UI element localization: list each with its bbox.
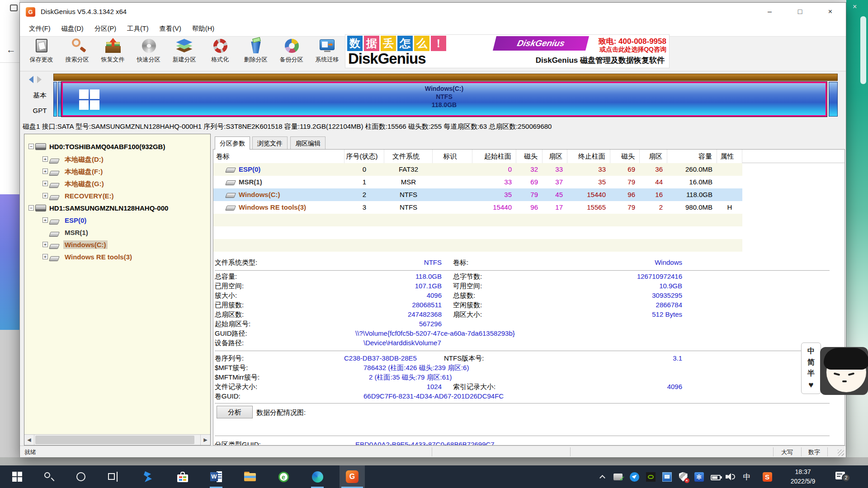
tree-expander-icon[interactable]: + bbox=[42, 242, 48, 247]
table-row-0[interactable]: ESP(0)0FAT3203233336936260.0MB bbox=[213, 163, 742, 176]
dingtalk-icon[interactable] bbox=[627, 468, 641, 486]
tree-item-hd0[interactable]: −HD0:TOSHIBAMQ04ABF100(932GB) bbox=[24, 141, 210, 153]
menu-help[interactable]: 帮助(H) bbox=[187, 22, 220, 36]
partition-block-re[interactable] bbox=[829, 82, 838, 117]
tree-item-hd1[interactable]: −HD1:SAMSUNGMZNLN128HAHQ-000 bbox=[24, 202, 210, 214]
printer-status-icon[interactable]: ✓ bbox=[611, 468, 625, 486]
tree-expander-icon[interactable]: + bbox=[42, 193, 48, 198]
toolbar-button-format[interactable]: 格式化 bbox=[202, 37, 238, 71]
tree-item-disk-f[interactable]: +本地磁盘(F:) bbox=[24, 165, 210, 178]
table-row-1[interactable]: MSR(1)1MSR33693735794416.0MB bbox=[213, 176, 742, 188]
minimize-button[interactable]: – bbox=[760, 3, 780, 21]
taskbar-app-thunder[interactable] bbox=[135, 465, 160, 488]
toolbar-button-migrate[interactable]: 系统迁移 bbox=[309, 37, 345, 71]
taskbar-app-edge[interactable] bbox=[305, 465, 330, 488]
snowflake-tool-icon[interactable]: ✻ bbox=[692, 468, 706, 486]
taskbar-app-task-view[interactable] bbox=[101, 465, 126, 488]
sogou-ime-icon[interactable]: S bbox=[760, 468, 774, 486]
taskbar-app-search[interactable] bbox=[36, 465, 61, 488]
tree-expander-icon[interactable]: + bbox=[42, 217, 48, 223]
toolbar-button-new[interactable]: 新建分区 bbox=[166, 37, 202, 71]
tree-item-disk-d[interactable]: +本地磁盘(D:) bbox=[24, 153, 210, 165]
menu-partition[interactable]: 分区(P) bbox=[89, 22, 122, 36]
back-arrow-icon[interactable]: ← bbox=[6, 44, 16, 55]
analyze-button[interactable]: 分析 bbox=[217, 406, 253, 418]
partition-block-esp[interactable] bbox=[53, 82, 57, 117]
toolbar-button-save[interactable]: 保存更改 bbox=[24, 37, 59, 71]
maximize-button[interactable]: □ bbox=[790, 3, 810, 21]
defender-icon[interactable]: × bbox=[676, 468, 690, 486]
partition-block-msr[interactable] bbox=[58, 82, 61, 117]
intel-graphics-icon[interactable] bbox=[660, 468, 674, 486]
tree-expander-icon[interactable]: + bbox=[42, 156, 48, 162]
menu-tools[interactable]: 工具(T) bbox=[122, 22, 154, 36]
scroll-left-icon[interactable]: ◀ bbox=[24, 435, 34, 445]
notification-center-icon[interactable]: 2 bbox=[835, 470, 854, 483]
disk-info-bar: 磁盘1 接口:SATA 型号:SAMSUNGMZNLN128HAHQ-000H1… bbox=[20, 119, 846, 134]
taskbar-app-diskgenius[interactable]: G bbox=[340, 465, 365, 488]
toolbar-button-quick[interactable]: 快速分区 bbox=[131, 37, 166, 71]
table-cell bbox=[433, 188, 472, 201]
table-row-empty[interactable] bbox=[213, 239, 742, 252]
ime-mode-icon[interactable]: 中 bbox=[740, 468, 754, 486]
tree-hscrollbar[interactable]: ◀ ▶ bbox=[24, 434, 210, 445]
toolbar-button-recover[interactable]: 恢复文件 bbox=[95, 37, 131, 71]
tab-browse[interactable]: 浏览文件 bbox=[252, 136, 288, 149]
table-row-3[interactable]: Windows RE tools(3)3NTFS1544096171556579… bbox=[213, 201, 742, 214]
banner-tile: 么 bbox=[414, 36, 429, 51]
toolbar-button-search[interactable]: 搜索分区 bbox=[59, 37, 95, 71]
tab-strip: 分区参数浏览文件扇区编辑 bbox=[213, 136, 845, 149]
toolbar-button-delete[interactable]: 删除分区 bbox=[238, 37, 274, 71]
tree-expander-icon[interactable]: + bbox=[42, 169, 48, 174]
table-row-empty[interactable] bbox=[213, 214, 742, 226]
taskbar-app-word[interactable]: W bbox=[203, 465, 229, 488]
ime-mode-char: 中 bbox=[807, 347, 815, 356]
menu-view[interactable]: 查看(V) bbox=[154, 22, 187, 36]
table-cell: 35 bbox=[567, 176, 610, 188]
ad-banner[interactable]: 数据丢怎么！ DiskGenius DiskGenius 致电: 400-008… bbox=[345, 34, 670, 68]
separator bbox=[215, 270, 830, 271]
tree-item-windows-c[interactable]: +Windows(C:) bbox=[24, 239, 210, 251]
nav-right-icon[interactable] bbox=[37, 76, 42, 83]
taskbar-app-start[interactable] bbox=[5, 465, 30, 488]
tree-expander-icon[interactable]: + bbox=[42, 254, 48, 259]
taskbar-app-ms-store[interactable] bbox=[170, 465, 195, 488]
nvidia-settings-icon[interactable] bbox=[644, 468, 657, 486]
taskbar-clock[interactable]: 18:37 2022/5/9 bbox=[778, 467, 827, 486]
banner-tile: ！ bbox=[431, 36, 446, 51]
banner-qq-link[interactable]: 或点击此处选择QQ咨询 bbox=[599, 46, 666, 54]
background-close-icon[interactable]: × bbox=[853, 3, 857, 11]
tree-expander-icon[interactable]: − bbox=[28, 144, 34, 149]
tree-item-windows-re[interactable]: +Windows RE tools(3) bbox=[24, 251, 210, 263]
taskbar-app-browser-360[interactable]: e bbox=[271, 465, 296, 488]
tree-item-msr[interactable]: MSR(1) bbox=[24, 226, 210, 239]
menu-file[interactable]: 文件(F) bbox=[24, 22, 56, 36]
ime-status-card[interactable]: 中简半♥ bbox=[801, 343, 821, 394]
tree-item-esp[interactable]: +ESP(0) bbox=[24, 214, 210, 226]
resize-grip[interactable] bbox=[838, 450, 844, 456]
scroll-thumb[interactable] bbox=[35, 436, 194, 444]
tab-sector[interactable]: 扇区编辑 bbox=[290, 136, 326, 149]
menu-disk[interactable]: 磁盘(D) bbox=[56, 22, 89, 36]
tray-expand-icon[interactable] bbox=[595, 468, 609, 486]
scroll-right-icon[interactable]: ▶ bbox=[200, 435, 210, 445]
taskbar-app-file-explorer[interactable] bbox=[237, 465, 263, 488]
toolbar-button-backup[interactable]: 备份分区 bbox=[274, 37, 309, 71]
taskbar-app-cortana[interactable] bbox=[68, 465, 94, 488]
table-row-empty[interactable] bbox=[213, 226, 742, 239]
nav-left-icon[interactable] bbox=[29, 76, 33, 83]
volume-icon[interactable] bbox=[724, 468, 738, 486]
volume-name-cell: Windows RE tools(3) bbox=[216, 201, 344, 214]
toolbar-label: 快速分区 bbox=[131, 56, 166, 64]
tree-item-recovery-e[interactable]: +RECOVERY(E:) bbox=[24, 190, 210, 202]
tree-expander-icon[interactable]: − bbox=[28, 205, 34, 211]
power-icon[interactable] bbox=[709, 468, 722, 486]
volume-name-cell: MSR(1) bbox=[216, 176, 344, 188]
table-row-2[interactable]: Windows(C:)2NTFS357945154409616118.0GB bbox=[213, 188, 742, 201]
background-scrollbar[interactable] bbox=[860, 16, 866, 84]
tree-expander-icon[interactable]: + bbox=[42, 181, 48, 186]
tab-params[interactable]: 分区参数 bbox=[215, 136, 250, 150]
partition-block-windows[interactable]: Windows(C:) NTFS 118.0GB bbox=[61, 82, 827, 117]
tree-item-disk-g[interactable]: +本地磁盘(G:) bbox=[24, 178, 210, 190]
close-button[interactable]: × bbox=[820, 3, 840, 21]
